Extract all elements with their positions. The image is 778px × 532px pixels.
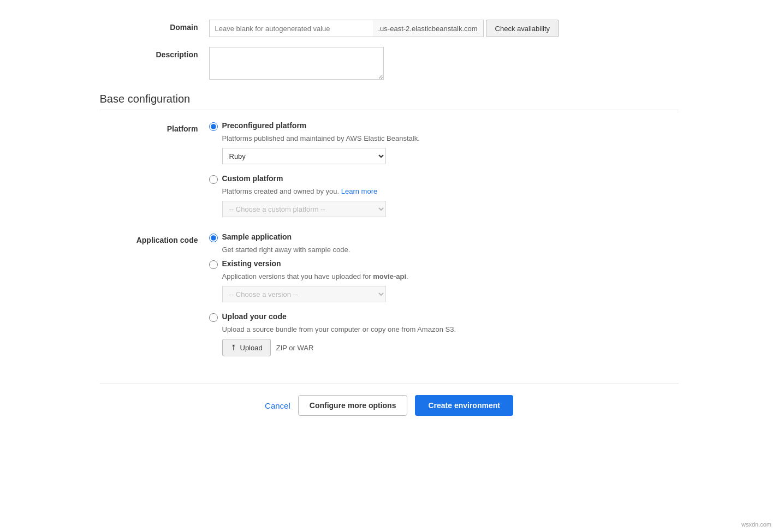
existing-version-radio[interactable] <box>209 260 218 269</box>
upload-button[interactable]: ⤒ Upload <box>222 339 271 356</box>
sample-application-desc: Get started right away with sample code. <box>222 246 679 254</box>
domain-input[interactable] <box>209 20 373 37</box>
learn-more-link[interactable]: Learn more <box>341 187 377 195</box>
base-configuration-title: Base configuration <box>100 93 679 105</box>
domain-label: Domain <box>100 20 209 32</box>
base-configuration-section: Base configuration <box>100 93 679 110</box>
description-label: Description <box>100 47 209 59</box>
description-textarea[interactable] <box>209 47 384 80</box>
platform-select[interactable]: Ruby <box>222 148 386 164</box>
preconfigured-platform-desc: Platforms published and maintained by AW… <box>222 134 679 142</box>
custom-platform-radio[interactable] <box>209 175 218 184</box>
zip-label: ZIP or WAR <box>276 344 314 352</box>
existing-version-label[interactable]: Existing version <box>222 259 281 268</box>
section-divider <box>100 110 679 110</box>
domain-suffix: .us-east-2.elasticbeanstalk.com <box>373 20 484 37</box>
cancel-link[interactable]: Cancel <box>265 401 290 410</box>
app-name: movie-api <box>373 272 406 280</box>
platform-label: Platform <box>100 121 209 133</box>
upload-code-label[interactable]: Upload your code <box>222 312 287 321</box>
upload-code-desc: Upload a source bundle from your compute… <box>222 325 679 333</box>
configure-more-options-button[interactable]: Configure more options <box>298 395 408 416</box>
custom-platform-desc: Platforms created and owned by you. Lear… <box>222 187 679 195</box>
footer-buttons: Cancel Configure more options Create env… <box>100 395 679 416</box>
preconfigured-platform-label[interactable]: Preconfigured platform <box>222 121 307 130</box>
watermark: wsxdn.com <box>741 521 771 528</box>
upload-code-radio[interactable] <box>209 313 218 322</box>
custom-platform-label[interactable]: Custom platform <box>222 174 283 183</box>
application-code-label: Application code <box>100 232 209 244</box>
version-select[interactable]: -- Choose a version -- <box>222 286 386 302</box>
custom-platform-select[interactable]: -- Choose a custom platform -- <box>222 201 386 217</box>
upload-icon: ⤒ <box>230 343 237 352</box>
check-availability-button[interactable]: Check availability <box>486 20 559 37</box>
create-environment-button[interactable]: Create environment <box>415 395 513 416</box>
upload-button-label: Upload <box>240 344 263 352</box>
bottom-divider <box>100 384 679 384</box>
sample-application-label[interactable]: Sample application <box>222 232 292 241</box>
preconfigured-platform-radio[interactable] <box>209 122 218 131</box>
sample-application-radio[interactable] <box>209 234 218 242</box>
existing-version-desc: Application versions that you have uploa… <box>222 272 679 280</box>
